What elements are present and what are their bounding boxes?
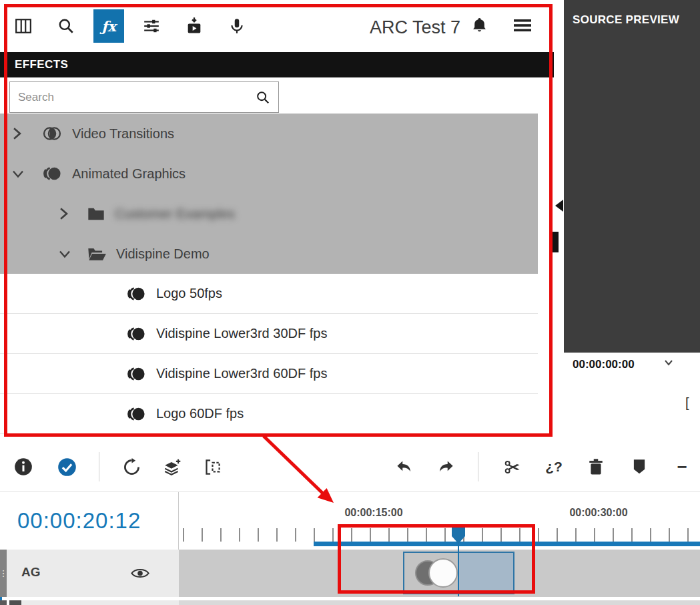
search-icon[interactable] [256,90,278,105]
tree-item-label: Vidispine Lower3rd 30DF fps [156,326,327,341]
toolbar-separator [99,452,99,481]
cut-button[interactable] [498,451,527,483]
current-timecode-cell: 00:00:20:12 [0,492,179,550]
settings-sliders-button[interactable] [136,9,167,43]
track-icon-partial [9,600,21,605]
tree-item-animated-graphics[interactable]: Animated Graphics [0,154,538,194]
redo-button[interactable] [431,451,460,483]
project-title: ARC Test 7 [352,17,460,38]
layers-plus-icon [163,458,182,476]
effects-panel-header: EFFECTS [0,52,554,77]
track-header: AG [7,550,179,597]
check-circle-icon [57,457,77,477]
reset-button[interactable] [117,451,146,483]
track-name: AG [21,565,41,580]
track-header-partial [21,600,179,605]
top-toolbar: ƒx [0,0,564,52]
tree-item-lower3rd-60df[interactable]: Vidispine Lower3rd 60DF fps [0,354,538,394]
notifications-button[interactable] [471,16,488,34]
track-row-partial [0,600,700,605]
ripple-tool-icon: ¿? [545,459,563,475]
tree-item-label: Video Transitions [72,126,174,142]
undo-button[interactable] [389,451,418,483]
transition-graphic-icon [415,558,458,588]
track-drag-handle[interactable] [0,600,7,605]
scrollbar-thumb[interactable] [551,232,559,252]
ruler-ticks [183,528,700,542]
timecode-dropdown-button[interactable] [664,359,673,366]
microphone-icon [228,17,246,35]
tree-item-vidispine-demo[interactable]: Vidispine Demo [0,234,538,274]
ripple-tool-button[interactable]: ¿? [539,451,569,483]
timeline-ruler[interactable]: 00:00:15:00 00:00:30:00 [179,492,700,550]
fx-icon: ƒx [101,18,116,35]
folder-icon [87,206,105,222]
toolbar-separator [478,452,478,481]
zoom-out-button[interactable]: − [667,451,697,483]
app-window: ƒx [0,0,700,605]
insert-clip-button[interactable] [198,451,227,483]
board-view-button[interactable] [8,9,39,43]
chevron-down-icon[interactable] [12,169,25,179]
tree-item-logo-50fps[interactable]: Logo 50fps [0,274,538,314]
timeline-duration-bar [314,542,700,546]
chevron-right-icon[interactable] [12,127,25,140]
effects-panel-title: EFFECTS [15,58,68,71]
tree-item-label: Vidispine Lower3rd 60DF fps [156,366,327,381]
info-icon [14,457,33,476]
effects-tab-button[interactable]: ƒx [93,9,124,43]
tree-item-label: Animated Graphics [72,166,186,182]
panel-collapse-arrow[interactable] [555,200,563,212]
tree-item-video-transitions[interactable]: Video Transitions [0,114,538,154]
source-timecode: 00:00:00:00 [573,358,635,371]
tree-item-label: Logo 60DF fps [156,406,244,421]
add-layer-button[interactable] [157,451,187,483]
board-view-icon [15,17,32,35]
effects-tree: Video Transitions Animated Graphics [0,114,538,434]
insert-bracket-icon [204,458,222,476]
export-media-icon [185,17,204,35]
timeline-ruler-row: 00:00:20:12 00:00:15:00 00:00:30:00 [0,492,700,550]
hamburger-menu-icon [512,17,533,33]
voiceover-button[interactable] [222,9,252,43]
track-row: ⋮ AG [0,550,700,597]
chevron-down-icon[interactable] [59,249,72,259]
approve-button[interactable] [52,451,81,483]
tree-item-label: Vidispine Demo [116,246,210,262]
timeline-panel: ¿? − 00:00:20:12 00:00:15:00 [0,441,700,605]
clip-selected-region [458,553,513,593]
track-lane [179,550,700,597]
mark-in-button[interactable]: [ [685,395,689,411]
sliders-icon [143,17,160,35]
animated-graphics-icon [125,285,147,302]
track-visibility-toggle[interactable] [131,567,149,580]
toolbar-icon-group: ƒx [8,9,252,43]
tree-item-label: Customer Examples [115,206,235,222]
tree-item-lower3rd-30df[interactable]: Vidispine Lower3rd 30DF fps [0,314,538,354]
add-marker-button[interactable] [625,451,654,483]
scissors-icon [504,458,522,476]
search-button[interactable] [51,9,81,43]
toggle-light-circle [428,558,458,588]
undo-arrow-icon [395,459,413,475]
animated-graphics-icon [125,325,147,343]
export-media-button[interactable] [179,9,210,43]
timeline-toolbar: ¿? − [0,441,700,492]
clip-info-button[interactable] [9,451,38,483]
animated-graphics-icon [125,405,147,423]
track-drag-handle[interactable]: ⋮ [0,550,7,597]
folder-open-icon [87,246,107,262]
chevron-right-icon[interactable] [59,207,72,220]
animated-graphics-icon [41,165,63,182]
current-timecode: 00:00:20:12 [17,508,141,534]
tree-item-customer-examples[interactable]: Customer Examples [0,194,538,234]
track-lane-partial [179,600,700,605]
delete-button[interactable] [581,451,611,483]
source-preview-panel: SOURCE PREVIEW 00:00:00:00 [ [564,0,700,437]
main-menu-button[interactable] [512,17,533,33]
ruler-label: 00:00:30:00 [557,507,640,519]
tree-item-logo-60df[interactable]: Logo 60DF fps [0,394,538,434]
effects-search-input[interactable] [10,91,256,104]
source-preview-video-area [564,0,700,353]
effects-search-box [9,81,279,113]
